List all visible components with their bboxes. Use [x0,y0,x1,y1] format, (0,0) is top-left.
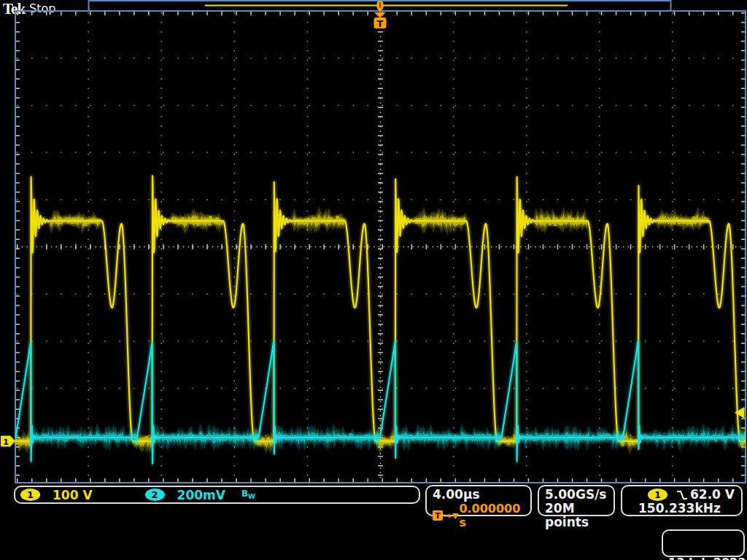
ch2-scale: 200mV [177,488,225,502]
arrow-right-icon: → [444,509,452,523]
date-value: 13 Jul 2023 [668,556,743,560]
ch2-badge: 2 [145,489,165,501]
ch2-bandwidth-limit-icon: BW [241,489,255,500]
ch1-ground-label: 1 [3,438,9,447]
sample-rate: 5.00GS/s [545,488,614,502]
horizontal-position-value: 0.000000 s [459,502,530,529]
horizontal-readout-box[interactable]: 4.00µs T → ▼ 0.000000 s [425,485,532,516]
trigger-level: 62.0 V [690,488,735,502]
record-length: 20M points [545,502,614,529]
horizontal-position: T → ▼ 0.000000 s [433,502,530,529]
acquisition-readout-box[interactable]: 5.00GS/s 20M points [538,485,615,516]
trigger-square-icon: T [433,510,443,521]
trigger-level-marker[interactable] [735,407,745,419]
datetime-box[interactable]: 13 Jul 2023 11:29:29 [662,529,745,557]
trigger-source-badge: 1 [648,489,667,501]
trigger-t-label: T [377,18,384,29]
channel-readout-box[interactable]: 1 100 V 2 200mV BW [14,486,420,504]
display-area: T 1 [0,0,747,560]
ch1-badge: 1 [20,489,40,501]
trigger-readout-box[interactable]: 1 62.0 V 150.233kHz [621,485,743,516]
falling-edge-icon [676,489,689,501]
graticule-grid [15,11,746,483]
ch1-scale: 100 V [53,488,93,502]
trigger-position-marker[interactable]: T [374,12,387,29]
oscilloscope-screen: { "header": { "logo": "Tek", "status": "… [0,0,747,560]
horizontal-scale: 4.00µs [433,488,530,502]
trigger-frequency: 150.233kHz [638,502,741,516]
ch1-ground-marker[interactable]: 1 [1,436,15,447]
triangle-down-icon: ▼ [452,509,458,523]
